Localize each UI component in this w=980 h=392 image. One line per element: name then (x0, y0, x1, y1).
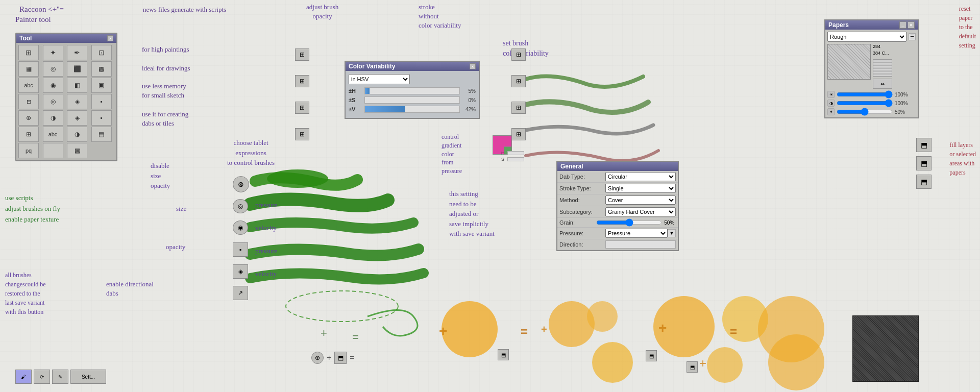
toolbar-rotate-btn[interactable]: ⟳ (34, 370, 50, 384)
toolbar-brush-btn[interactable]: 🖌 (15, 370, 32, 384)
opacity-pressure-btn[interactable]: ▪ (233, 242, 248, 257)
cv-title: Color Variability (349, 63, 395, 70)
tool-btn-10[interactable]: ◉ (43, 78, 63, 93)
papers-small-preview[interactable] (873, 59, 892, 77)
right-icon-4[interactable]: ⊞ (511, 128, 526, 140)
tool-btn-27[interactable]: ▩ (67, 143, 87, 158)
svg-point-2 (442, 301, 498, 357)
papers-slider-2-val: 100% (895, 101, 910, 106)
size-velocity-btn[interactable]: ◉ (233, 220, 248, 235)
tool-btn-23[interactable]: ◑ (67, 127, 87, 142)
papers-menu-btn[interactable]: ☰ (909, 33, 916, 40)
cv-h-pct: 5% (463, 88, 476, 94)
tool-panel-close[interactable]: × (107, 35, 113, 41)
papers-main-preview[interactable] (827, 44, 871, 80)
tool-btn-8[interactable]: ▩ (91, 61, 112, 77)
gen-pressure-menu[interactable]: ▼ (668, 229, 676, 237)
hsv-s-bar[interactable] (507, 157, 524, 161)
right-icon-1[interactable]: ⊞ (511, 48, 526, 61)
directional-btn[interactable]: ↗ (233, 286, 248, 300)
tool-panel: Tool × ⊞ ✦ ✒ ⊡ ▦ ◎ ⬛ ▩ abc ◉ ◧ ▣ ⊟ ◎ ◈ ▪… (15, 33, 117, 161)
svg-point-10 (768, 334, 824, 390)
cv-h-row: ±H 5% (349, 87, 476, 94)
size-pressure-btn[interactable]: ◎ (233, 199, 248, 213)
fill-layer-btn-3[interactable]: ⬒ (916, 175, 932, 189)
papers-resize-btn[interactable]: ⇔ (873, 79, 892, 89)
tool-btn-1[interactable]: ⊞ (18, 45, 39, 60)
pressure-label-2: pressure (255, 247, 277, 256)
cv-mode-select[interactable]: in HSV in RGB (349, 74, 410, 84)
tool-btn-15[interactable]: ◈ (67, 94, 87, 109)
tool-btn-16[interactable]: ▪ (91, 94, 112, 109)
papers-preview-row: 284 384 C... ⇔ (827, 44, 916, 89)
tool-btn-3[interactable]: ✒ (67, 45, 87, 60)
tool-btn-12[interactable]: ▣ (91, 78, 112, 93)
gen-grain-slider[interactable] (596, 220, 662, 225)
papers-select[interactable]: Rough Smooth Canvas (827, 32, 906, 42)
orange-stamp-3[interactable]: ⬒ (687, 361, 698, 373)
gen-grain-label: Grain: (559, 219, 594, 226)
tool-btn-11[interactable]: ◧ (67, 78, 87, 93)
tool-btn-25[interactable]: pq (18, 143, 39, 158)
papers-slider-3[interactable] (837, 110, 893, 114)
gen-stroke-select[interactable]: Single Multi (605, 184, 676, 193)
tool-btn-21[interactable]: ⊞ (18, 127, 39, 142)
gen-direction-bar[interactable] (605, 240, 676, 249)
cv-close[interactable]: × (470, 63, 476, 69)
gen-method-select[interactable]: Cover Buildup Erase (605, 195, 676, 205)
tool-btn-26[interactable] (43, 143, 63, 158)
gen-dab-label: Dab Type: (559, 174, 605, 180)
cv-h-fill (365, 88, 370, 94)
tool-btn-14[interactable]: ◎ (43, 94, 63, 109)
gen-subcat-label: Subcategory: (559, 209, 605, 215)
disable-expressions-btn[interactable]: ⊗ (233, 176, 249, 192)
tool-btn-18[interactable]: ◑ (43, 110, 63, 126)
papers-min[interactable]: _ (899, 21, 906, 29)
tool-btn-22[interactable]: abc (43, 127, 63, 142)
right-icon-2[interactable]: ⊞ (511, 75, 526, 87)
orange-stamp-1[interactable]: ⬒ (498, 349, 509, 360)
papers-slider-1[interactable] (837, 92, 893, 96)
toolbar-settings-btn[interactable]: Sett... (70, 370, 106, 384)
stamp-icon-1[interactable]: ⊕ (311, 352, 324, 364)
cv-h-bar[interactable] (364, 87, 460, 94)
gen-subcat-select[interactable]: Grainy Hard Cover Grainy Soft Cover Hard… (605, 207, 676, 216)
toolbar-pencil-btn[interactable]: ✎ (52, 370, 68, 384)
svg-point-7 (758, 296, 824, 362)
tool-btn-2[interactable]: ✦ (43, 45, 63, 60)
tool-btn-13[interactable]: ⊟ (18, 94, 39, 109)
fill-layer-btn-2[interactable]: ⬒ (916, 156, 932, 170)
tool-btn-7[interactable]: ⬛ (67, 61, 87, 77)
tool-btn-4[interactable]: ⊡ (91, 45, 112, 60)
gen-dab-select[interactable]: Circular Static Captured (605, 172, 676, 181)
tool-btn-20[interactable]: ▪ (91, 110, 112, 126)
papers-slider-3-row: ✦ 50% (827, 108, 916, 115)
cv-s-bar[interactable] (364, 96, 460, 104)
mid-icon-1[interactable]: ⊞ (295, 48, 309, 61)
mid-icon-2[interactable]: ⊞ (295, 75, 309, 87)
tool-btn-6[interactable]: ◎ (43, 61, 63, 77)
tool-btn-17[interactable]: ⊕ (18, 110, 39, 126)
papers-slider-2[interactable] (837, 101, 893, 105)
cv-v-pct: 42% (463, 107, 476, 112)
tool-btn-24[interactable]: ▤ (91, 127, 112, 142)
tool-btn-5[interactable]: ▦ (18, 61, 39, 77)
tool-btn-19[interactable]: ◈ (67, 110, 87, 126)
opacity-velocity-btn[interactable]: ◈ (233, 264, 248, 279)
right-icon-3[interactable]: ⊞ (511, 102, 526, 114)
svg-text:+: + (541, 324, 547, 335)
hsv-h-bar[interactable] (507, 151, 524, 155)
svg-point-3 (549, 301, 595, 347)
mid-icon-3[interactable]: ⊞ (295, 102, 309, 114)
papers-close[interactable]: × (908, 21, 915, 29)
orange-stamp-2[interactable]: ⬒ (646, 350, 657, 361)
note-high-paintings: for high paintings (142, 45, 189, 54)
cv-v-bar[interactable] (364, 106, 460, 113)
tool-btn-9[interactable]: abc (18, 78, 39, 93)
gen-pressure-select[interactable]: Pressure Velocity Stylus Wheel (605, 229, 668, 238)
color-variability-panel: Color Variability × in HSV in RGB ±H 5% … (345, 61, 480, 119)
fill-layer-btn-1[interactable]: ⬒ (916, 138, 932, 152)
mid-icon-4[interactable]: ⊞ (295, 128, 309, 140)
stamp-icon-2[interactable]: ⬒ (334, 352, 347, 364)
velocity-label-1: velocity (255, 224, 277, 233)
